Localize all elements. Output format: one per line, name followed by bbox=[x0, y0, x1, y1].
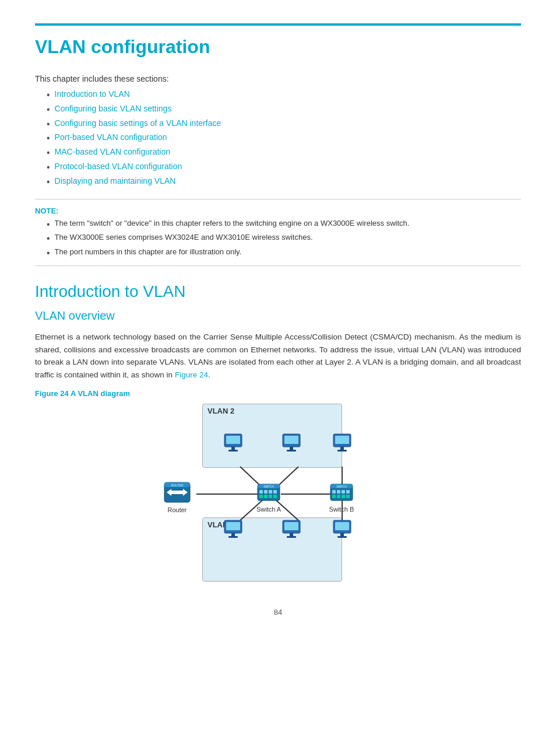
toc-item-2[interactable]: Configuring basic VLAN settings bbox=[47, 104, 521, 116]
switch-b-text: Switch B bbox=[329, 506, 354, 513]
note-section: NOTE: The term "switch" or "device" in t… bbox=[35, 206, 521, 260]
svg-rect-42 bbox=[287, 450, 296, 452]
svg-rect-45 bbox=[231, 533, 235, 536]
computer-vlan2-2 bbox=[283, 434, 300, 452]
svg-rect-52 bbox=[335, 436, 349, 444]
toc-link-3[interactable]: Configuring basic settings of a VLAN int… bbox=[55, 118, 221, 128]
svg-rect-17 bbox=[273, 490, 277, 494]
note-label: NOTE: bbox=[35, 206, 521, 215]
toc-item-7[interactable]: Displaying and maintaining VLAN bbox=[47, 176, 521, 188]
toc-link-7[interactable]: Displaying and maintaining VLAN bbox=[55, 176, 176, 186]
figure-label: Figure 24 A VLAN diagram bbox=[35, 389, 521, 398]
subsection1-title: VLAN overview bbox=[35, 309, 521, 323]
svg-rect-29 bbox=[332, 495, 336, 498]
intro-text: This chapter includes these sections: bbox=[35, 74, 521, 83]
svg-rect-20 bbox=[269, 495, 272, 498]
svg-rect-36 bbox=[226, 436, 240, 444]
computer-vlan5-2 bbox=[283, 520, 300, 538]
svg-rect-44 bbox=[226, 522, 240, 530]
toc-link-6[interactable]: Protocol-based VLAN configuration bbox=[55, 162, 182, 171]
svg-rect-28 bbox=[346, 490, 350, 494]
svg-rect-25 bbox=[332, 490, 336, 494]
svg-rect-21 bbox=[273, 495, 277, 498]
toc-link-4[interactable]: Port-based VLAN configuration bbox=[55, 132, 167, 142]
svg-text:ROUTER: ROUTER bbox=[171, 484, 184, 487]
svg-text:SWITCH: SWITCH bbox=[263, 485, 274, 488]
toc-item-5[interactable]: MAC-based VLAN configuration bbox=[47, 147, 521, 159]
diagram-container: VLAN 2 VLAN 5 bbox=[35, 404, 521, 584]
toc-link-5[interactable]: MAC-based VLAN configuration bbox=[55, 147, 170, 156]
svg-rect-50 bbox=[287, 536, 296, 538]
svg-rect-49 bbox=[290, 533, 293, 536]
svg-rect-16 bbox=[269, 490, 272, 494]
figure-link[interactable]: Figure 24 bbox=[175, 370, 208, 379]
toc-list: Introduction to VLAN Configuring basic V… bbox=[35, 89, 521, 188]
note-item-3: The port numbers in this chapter are for… bbox=[47, 247, 521, 260]
svg-rect-32 bbox=[346, 495, 350, 498]
router-text: Router bbox=[167, 506, 186, 513]
svg-rect-30 bbox=[337, 495, 340, 498]
divider-2 bbox=[35, 265, 521, 266]
toc-item-6[interactable]: Protocol-based VLAN configuration bbox=[47, 162, 521, 174]
computer-vlan5-3 bbox=[333, 520, 351, 538]
toc-item-3[interactable]: Configuring basic settings of a VLAN int… bbox=[47, 118, 521, 131]
router-icon: ROUTER bbox=[164, 482, 190, 502]
note-list: The term "switch" or "device" in this ch… bbox=[35, 219, 521, 260]
page-number: 84 bbox=[35, 608, 521, 617]
computer-vlan2-1 bbox=[224, 434, 242, 452]
svg-rect-54 bbox=[337, 450, 347, 452]
body-text-main: Ethernet is a network technology based o… bbox=[35, 332, 521, 379]
body-paragraph: Ethernet is a network technology based o… bbox=[35, 331, 521, 381]
computer-vlan5-1 bbox=[224, 520, 242, 538]
top-border bbox=[35, 23, 521, 26]
svg-rect-57 bbox=[340, 533, 344, 536]
diagram-svg: ROUTER SWITCH bbox=[156, 404, 400, 584]
switch-a-text: Switch A bbox=[256, 506, 281, 513]
svg-rect-14 bbox=[259, 490, 263, 494]
toc-link-2[interactable]: Configuring basic VLAN settings bbox=[55, 104, 172, 113]
svg-rect-19 bbox=[264, 495, 268, 498]
toc-link-1[interactable]: Introduction to VLAN bbox=[55, 89, 130, 99]
computer-vlan2-3 bbox=[333, 434, 351, 452]
note-item-2: The WX3000E series comprises WX3024E and… bbox=[47, 233, 521, 245]
vlan-diagram: VLAN 2 VLAN 5 bbox=[156, 404, 400, 584]
switch-b-icon: SWITCH bbox=[330, 484, 353, 501]
svg-text:SWITCH: SWITCH bbox=[336, 485, 347, 488]
svg-rect-53 bbox=[340, 447, 344, 450]
toc-item-1[interactable]: Introduction to VLAN bbox=[47, 89, 521, 102]
svg-rect-46 bbox=[228, 536, 238, 538]
svg-rect-37 bbox=[231, 447, 235, 450]
divider-1 bbox=[35, 199, 521, 200]
body-text-suffix: . bbox=[208, 370, 210, 379]
svg-rect-56 bbox=[335, 522, 349, 530]
svg-rect-15 bbox=[264, 490, 268, 494]
section1-title: Introduction to VLAN bbox=[35, 282, 521, 301]
page-title: VLAN configuration bbox=[35, 36, 521, 58]
svg-rect-26 bbox=[337, 490, 340, 494]
svg-rect-18 bbox=[259, 495, 263, 498]
note-item-1: The term "switch" or "device" in this ch… bbox=[47, 219, 521, 231]
svg-rect-41 bbox=[290, 447, 293, 450]
svg-rect-27 bbox=[342, 490, 345, 494]
svg-rect-40 bbox=[284, 436, 298, 444]
svg-rect-58 bbox=[337, 536, 347, 538]
svg-rect-31 bbox=[342, 495, 345, 498]
svg-rect-48 bbox=[284, 522, 298, 530]
switch-a-icon: SWITCH bbox=[258, 484, 280, 501]
toc-item-4[interactable]: Port-based VLAN configuration bbox=[47, 132, 521, 145]
svg-rect-38 bbox=[228, 450, 238, 452]
